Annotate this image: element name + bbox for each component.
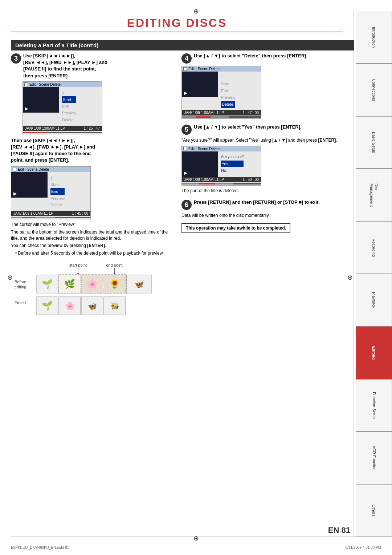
svg-text:🌿: 🌿: [64, 279, 75, 289]
menu-item-preview-2: Preview: [50, 195, 65, 202]
page-number-label: EN 81: [328, 526, 350, 535]
screen-3a-menu: 1 Start End Preview Delete: [59, 87, 79, 126]
note-bar: The bar at the bottom of the screen indi…: [11, 229, 174, 242]
menu-item-preview: Preview: [62, 110, 76, 117]
screen-4: Edit - Scene Delete ▶ 1 Start End Previe…: [181, 66, 261, 119]
screen-4-titlebar: Edit - Scene Delete: [182, 66, 261, 72]
tab-function-setup[interactable]: Function Setup: [356, 379, 392, 432]
menu-5-no: No:: [221, 167, 244, 174]
step-3-instruction: Use [SKIP |◄◄ / ►►|],[REV ◄◄], [FWD ►►],…: [23, 53, 107, 79]
tab-basic-setup[interactable]: Basic Setup: [356, 116, 392, 169]
screen-3a-body: ▶ 1 Start End Preview Delete: [23, 87, 102, 126]
progress-bar-5: [182, 183, 261, 185]
screen-icon-2: [13, 168, 16, 171]
tab-playback[interactable]: Playback: [356, 274, 392, 327]
menu-4-start: Start: [221, 81, 235, 88]
screen-5-menu: Are you sure? Yes No:: [218, 151, 246, 177]
tab-connections[interactable]: Connections: [356, 64, 392, 116]
menu-item-start-2: Start: [50, 181, 65, 188]
screen-4-body: ▶ 1 Start End Preview Delete: [182, 72, 261, 110]
screen-3b: Edit - Scene Delete ▶ 1 Start End Previe…: [11, 166, 91, 219]
menu-4-end: End: [221, 88, 235, 94]
svg-text:🌱: 🌱: [42, 279, 53, 289]
tab-introduction[interactable]: Introduction: [356, 11, 392, 64]
menu-item-delete-2: Delete: [50, 202, 65, 208]
step-4-number: 4: [181, 53, 192, 64]
editing-diagram: start point end point Before editing Edi…: [11, 262, 167, 315]
play-button-4-icon: ▶: [184, 90, 187, 96]
play-button-icon: ▶: [25, 106, 28, 111]
diagram-area: start point end point Before editing Edi…: [11, 262, 174, 316]
crosshair-top-icon: ⊕: [193, 7, 199, 15]
screen-5-footer: JAN/ 1/09 1:00AM L1 LP 1 : 50 : 00: [182, 177, 261, 182]
screen-3b-body: ▶ 1 Start End Preview Delete: [11, 172, 90, 211]
svg-text:🦋: 🦋: [135, 280, 144, 289]
page-title: EDITING DISCS: [0, 16, 354, 32]
svg-text:🦋: 🦋: [88, 302, 97, 311]
footer-right: 8/11/2009 4:01:30 PM: [346, 546, 381, 550]
screen-5-titlebar: Edit - Scene Delete: [182, 146, 261, 151]
step-5-note: The part of the title is deleted.: [181, 188, 345, 194]
note-preview: You can check the preview by pressing [E…: [11, 243, 174, 249]
step-3-number: 3: [11, 53, 21, 64]
step-4-instruction: Use [▲ / ▼] to select "Delete" then pres…: [194, 53, 307, 59]
svg-text:editing: editing: [15, 285, 26, 289]
step-5-desc: "Are you sure?" will appear. Select "Yes…: [181, 137, 345, 143]
menu-5-yes: Yes: [221, 161, 244, 167]
svg-text:🌱: 🌱: [42, 300, 53, 311]
tab-editing[interactable]: Editing: [356, 327, 392, 379]
screen-3a-video: ▶: [23, 87, 59, 113]
footer-left: E9PKBUD_DKVR60KU_EN.indd 81: [11, 546, 69, 550]
footer: E9PKBUD_DKVR60KU_EN.indd 81 8/11/2009 4:…: [11, 546, 381, 550]
svg-text:end point: end point: [106, 263, 122, 267]
screen-5-video: ▶: [182, 151, 218, 177]
svg-text:Edited: Edited: [15, 300, 26, 305]
menu-4-delete: Delete: [221, 101, 235, 108]
screen-5: Edit - Scene Delete ▶ Are you sure? Yes …: [181, 146, 261, 186]
tab-recording[interactable]: Recording: [356, 221, 392, 274]
step-6-number: 6: [181, 200, 192, 210]
screen-3a: Edit - Scene Delete ▶ 1 Start End Previe…: [23, 81, 102, 134]
screen-3b-footer: JAN/ 1/09 1:00AM L1 LP 1 : 45 : 00: [11, 211, 90, 216]
screen-icon-5: [183, 147, 187, 150]
screen-3b-menu: 1 Start End Preview Delete: [48, 172, 68, 211]
step-5: 5 Use [▲ / ▼] to select "Yes" then press…: [181, 124, 345, 194]
screen-icon-4: [183, 67, 187, 71]
step-6-instruction: Press [RETURN] and then [RETURN] or [STO…: [194, 199, 320, 206]
menu-item-end-2: End: [50, 188, 65, 195]
right-column: 4 Use [▲ / ▼] to select "Delete" then pr…: [181, 53, 345, 238]
step-5-instruction: Use [▲ / ▼] to select "Yes" then press […: [194, 124, 302, 130]
step-4-header: 4 Use [▲ / ▼] to select "Delete" then pr…: [181, 53, 345, 64]
screen-3b-titlebar: Edit - Scene Delete: [11, 167, 90, 172]
svg-text:🌸: 🌸: [65, 301, 75, 311]
svg-text:start point: start point: [69, 263, 87, 267]
step-5-number: 5: [181, 125, 192, 135]
screen-icon: [24, 82, 28, 86]
svg-text:🐝: 🐝: [110, 302, 119, 311]
step-6: 6 Press [RETURN] and then [RETURN] or [S…: [181, 199, 345, 233]
screen-3a-footer: JAN/ 1/09 1:00AM L1 LP 1 : 25 : 47: [23, 126, 102, 131]
svg-text:Before: Before: [15, 280, 26, 284]
screen-4-footer: JAN/ 1/09 1:00AM L1 LP 1 : 47 : 00: [182, 110, 261, 116]
step-6-header: 6 Press [RETURN] and then [RETURN] or [S…: [181, 199, 345, 210]
svg-text:🌻: 🌻: [109, 279, 120, 289]
tab-others[interactable]: Others: [356, 484, 392, 537]
step-3: 3 Use [SKIP |◄◄ / ►►|],[REV ◄◄], [FWD ►►…: [11, 53, 174, 256]
tab-vcr-function[interactable]: VCR Function: [356, 432, 392, 484]
screen-5-body: ▶ Are you sure? Yes No:: [182, 151, 261, 177]
screen-4-menu: 1 Start End Preview Delete: [218, 72, 238, 110]
progress-bar-3b: [11, 217, 90, 218]
menu-item-start: Start: [62, 96, 76, 103]
left-column: 3 Use [SKIP |◄◄ / ►►|],[REV ◄◄], [FWD ►►…: [11, 53, 174, 316]
svg-text:🌸: 🌸: [87, 279, 98, 289]
side-tabs: Introduction Connections Basic Setup Dis…: [356, 11, 392, 537]
play-button-2-icon: ▶: [13, 191, 17, 196]
play-button-5-icon: ▶: [184, 170, 187, 175]
progress-bar-4: [182, 116, 261, 118]
tab-disc-management[interactable]: DiscManagement: [356, 169, 392, 221]
bullet-preview: • Before and after 5 seconds of the dele…: [15, 250, 174, 256]
menu-item-delete: Delete: [62, 117, 76, 123]
step-5-header: 5 Use [▲ / ▼] to select "Yes" then press…: [181, 124, 345, 135]
menu-item-end: End: [62, 103, 76, 110]
screen-3a-titlebar: Edit - Scene Delete: [23, 82, 102, 87]
